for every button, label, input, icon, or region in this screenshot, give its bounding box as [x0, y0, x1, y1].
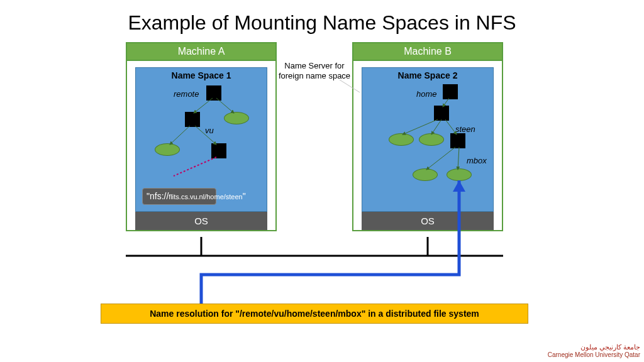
namespace-2-label: Name Space 2 [362, 68, 493, 83]
node-vu [211, 143, 226, 158]
label-home: home [416, 89, 437, 99]
slide-title: Example of Mounting Name Spaces in NFS [0, 11, 644, 35]
svg-line-0 [174, 157, 216, 176]
label-steen: steen [455, 124, 475, 134]
logo-english: Carnegie Mellon University Qatar [548, 351, 640, 358]
node-remote [185, 112, 200, 127]
os-bar-b: OS [362, 212, 494, 230]
label-remote: remote [174, 89, 199, 99]
caption-bar: Name resolution for "/remote/vu/home/ste… [101, 304, 528, 324]
nfs-url: flits.cs.vu.nl/home/steen [169, 193, 242, 200]
nfs-url-box: "nfs://flits.cs.vu.nl/home/steen" [142, 188, 216, 205]
nfs-prefix: "nfs:// [147, 191, 169, 201]
machine-a: Machine A Name Space 1 remote vu [126, 42, 277, 231]
machine-a-header: Machine A [127, 43, 275, 61]
node-steen [450, 133, 465, 148]
label-mbox: mbox [467, 156, 487, 165]
name-server-label: Name Server for foreign name space [277, 61, 352, 80]
node-leaf-a1 [224, 112, 249, 124]
machine-b: Machine B Name Space 2 home steen mbox [352, 42, 503, 231]
namespace-1: Name Space 1 remote vu [135, 67, 267, 212]
machine-b-header: Machine B [353, 43, 502, 61]
node-leaf-b2 [419, 133, 444, 146]
namespace-2: Name Space 2 home steen mbox [362, 67, 494, 212]
university-logo: جامعة كارنيجي ميلون Carnegie Mellon Univ… [548, 343, 640, 358]
node-home [434, 106, 449, 121]
node-leaf-b3 [413, 168, 438, 181]
node-mbox [447, 168, 472, 181]
node-root-a [206, 85, 221, 101]
logo-arabic: جامعة كارنيجي ميلون [548, 343, 640, 351]
label-vu: vu [205, 126, 214, 135]
connector-lines [0, 42, 644, 331]
node-leaf-a2 [155, 143, 180, 156]
nfs-suffix: " [243, 191, 246, 201]
node-root-b [443, 84, 458, 99]
os-bar-a: OS [135, 212, 267, 230]
namespace-1-label: Name Space 1 [136, 68, 267, 83]
diagram-stage: Name Server for foreign name space Machi… [0, 42, 644, 331]
node-leaf-b1 [389, 133, 414, 146]
